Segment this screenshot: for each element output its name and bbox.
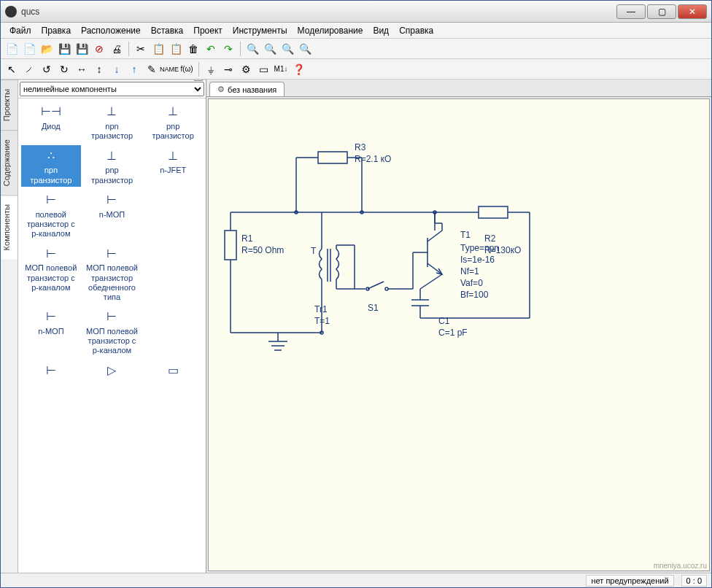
menu-edit[interactable]: Правка [37,24,76,37]
ground-icon[interactable]: ⏚ [203,61,219,77]
component-item[interactable] [143,190,203,241]
side-tab-content[interactable]: Содержание [1,130,18,195]
name-icon[interactable]: NAME [161,61,177,77]
component-item[interactable]: ▭ [143,360,203,382]
copy-icon[interactable]: 📋 [150,41,166,57]
component-item[interactable]: ⊥pnp транзистор [143,101,203,142]
rotate-cw-icon[interactable]: ↻ [56,61,72,77]
pen-icon[interactable]: ✎ [144,61,160,77]
rotate-ccw-icon[interactable]: ↺ [39,61,55,77]
component-label: МОП полевой транзистор с p-каналом [84,327,141,356]
svg-text:T: T [311,246,317,256]
component-item[interactable]: ⊥pnp транзистор [82,145,142,186]
minimize-button[interactable] [616,4,646,19]
print-icon[interactable]: 🖨 [109,41,125,57]
new-text-icon[interactable]: 📄 [21,41,37,57]
component-symbol-icon [161,191,185,209]
component-item[interactable] [143,306,203,357]
maximize-button[interactable] [647,4,676,19]
gear-icon: ⚙ [217,85,225,94]
svg-text:R=2.1 кО: R=2.1 кО [355,154,391,164]
component-symbol-icon: ⊢ [39,362,63,379]
component-label: n-МОП [99,210,125,220]
trash-icon[interactable]: 🗑 [185,41,201,57]
redo-icon[interactable]: ↷ [220,41,236,57]
component-item[interactable]: ▷ [82,360,142,382]
pointer-icon[interactable]: ↖ [4,61,20,77]
svg-text:R1: R1 [241,233,253,244]
open-icon[interactable]: 📂 [39,41,55,57]
component-item[interactable]: ⊥npn транзистор [82,101,142,142]
move-down-icon[interactable]: ↓ [109,61,125,77]
component-symbol-icon: ▭ [161,362,185,379]
chip-icon[interactable]: ▭ [255,61,271,77]
component-item[interactable]: ⊢МОП полевой транзистор обедненного типа [82,243,142,303]
menu-help[interactable]: Справка [395,24,438,37]
app-icon [5,6,17,18]
svg-text:Nf=1: Nf=1 [460,266,479,276]
zoom-fit-icon[interactable]: 🔍 [279,41,295,57]
doc-tab-untitled[interactable]: ⚙ без названия [209,82,285,96]
port-icon[interactable]: ⊸ [220,61,236,77]
menu-simulate[interactable]: Моделирование [293,24,368,37]
status-bar: нет предупреждений 0 : 0 [1,573,711,587]
menu-tools[interactable]: Инструменты [228,24,292,37]
marker-icon[interactable]: M1↓ [273,61,289,77]
component-label: pnp транзистор [144,122,201,141]
component-label: n-МОП [38,327,63,336]
svg-text:Type=npn: Type=npn [460,243,499,253]
menu-project[interactable]: Проект [189,24,227,37]
menu-bar: Файл Правка Расположение Вставка Проект … [1,23,711,39]
fx-icon[interactable]: f(ω) [179,61,195,77]
side-tab-components[interactable]: Компоненты [1,195,18,259]
component-item[interactable]: ⊢⊣Диод [21,101,81,142]
flip-h-icon[interactable]: ↔ [74,61,90,77]
svg-text:Vaf=0: Vaf=0 [460,278,483,288]
gear-icon[interactable]: ⚙ [238,61,254,77]
menu-insert[interactable]: Вставка [147,24,188,37]
side-tab-projects[interactable]: Проекты [1,80,18,130]
component-item[interactable] [143,243,203,303]
component-label: Диод [42,122,61,131]
cut-icon[interactable]: ✂ [133,41,149,57]
save-all-icon[interactable]: 💾 [74,41,90,57]
component-item[interactable]: ⊥n-JFET [143,145,203,186]
delete-icon[interactable]: ⊘ [91,41,107,57]
svg-text:S1: S1 [368,303,379,313]
paste-icon[interactable]: 📋 [168,41,184,57]
svg-line-66 [420,274,442,289]
move-up-icon[interactable]: ↑ [126,61,142,77]
component-symbol-icon [161,308,185,325]
component-symbol-icon: ∴ [39,147,63,164]
save-icon[interactable]: 💾 [56,41,72,57]
svg-line-54 [368,282,384,289]
help-icon[interactable]: ❓ [290,61,306,77]
menu-layout[interactable]: Расположение [77,24,145,37]
draw-wire-icon[interactable]: ⟋ [21,61,37,77]
palette-close-icon[interactable]: × [194,80,203,81]
undo-icon[interactable]: ↶ [203,41,219,57]
component-item[interactable]: ⊢полевой транзистор с p-каналом [21,190,81,241]
component-item[interactable]: ⊢n-МОП [21,306,81,357]
toolbar-2: ↖ ⟋ ↺ ↻ ↔ ↕ ↓ ↑ ✎ NAME f(ω) ⏚ ⊸ ⚙ ▭ M1↓ … [1,59,711,80]
svg-text:R2: R2 [484,233,496,244]
zoom-100-icon[interactable]: 🔍 [297,41,313,57]
flip-v-icon[interactable]: ↕ [91,61,107,77]
component-category-select[interactable]: нелинейные компоненты [20,82,204,96]
component-item[interactable]: ∴npn транзистор [21,145,81,186]
zoom-out-icon[interactable]: 🔍 [262,41,278,57]
menu-file[interactable]: Файл [5,24,36,37]
close-button[interactable] [678,4,707,19]
new-icon[interactable]: 📄 [4,41,20,57]
component-item[interactable]: ⊢ [21,360,81,382]
menu-view[interactable]: Вид [368,24,393,37]
component-symbol-icon: ▷ [100,362,123,379]
component-symbol-icon: ⊥ [100,103,123,120]
component-item[interactable]: ⊢n-МОП [82,190,142,241]
component-item[interactable]: ⊢МОП полевой транзистор с p-каналом [82,306,142,357]
component-palette: × нелинейные компоненты ⊢⊣Диод⊥npn транз… [18,80,206,573]
component-item[interactable]: ⊢МОП полевой транзистор с p-каналом [21,243,81,303]
schematic-canvas[interactable]: R3 R=2.1 кО R1 R=50 Ohm [208,98,710,571]
component-label: МОП полевой транзистор с p-каналом [23,263,80,293]
zoom-in-icon[interactable]: 🔍 [244,41,260,57]
